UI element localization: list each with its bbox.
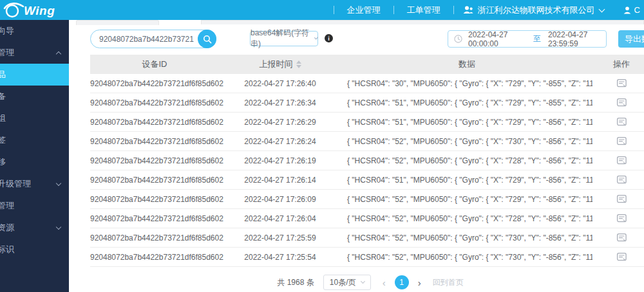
device-search-input[interactable] [91,35,194,44]
column-header-report-time[interactable]: 上报时间 [219,59,341,70]
page-size-select[interactable]: 10条/页 [323,275,371,290]
view-detail-icon[interactable] [616,136,627,147]
column-header-data: 数据 [341,59,592,70]
table-row: 92048072ba7b4422b73721df6f85d602 2022-04… [90,170,644,190]
view-detail-icon[interactable] [616,213,627,224]
cell-report-time: 2022-04-27 17:26:14 [219,176,341,185]
sidebar-item[interactable]: 向导 [0,20,69,42]
cell-report-time: 2022-04-27 17:26:24 [219,137,341,146]
table-header-row: 设备ID 上报时间 数据 操作 [90,55,644,74]
cell-device-id: 92048072ba7b4422b73721df6f85d602 [90,118,219,127]
user-menu[interactable]: C [613,5,644,15]
cell-device-id: 92048072ba7b4422b73721df6f85d602 [90,253,219,262]
page-size-value: 10条/页 [330,277,356,288]
prev-page-button[interactable]: ‹ [383,277,386,288]
sidebar-item[interactable]: 管理 [0,42,69,64]
sidebar-item[interactable]: 组 [0,107,69,129]
cell-data: { "HCSR04": "51", "MPU6050": { "Gyro": {… [341,118,592,127]
chevron-down-icon [360,279,365,284]
cell-operation [592,251,644,262]
user-icon [623,6,631,14]
cell-data: { "HCSR04": "52", "MPU6050": { "Gyro": {… [341,253,592,262]
sidebar-item[interactable]: 升级管理 [0,173,69,195]
decode-mode-value: base64解码(字符串) [251,28,310,50]
export-data-button[interactable]: 导出数据 [618,30,644,48]
person-icon [463,6,473,14]
sidebar-item[interactable]: 标识 [0,239,69,260]
back-to-first-page-link[interactable]: 回到首页 [433,277,464,288]
cell-report-time: 2022-04-27 17:26:29 [219,118,341,127]
table-row: 92048072ba7b4422b73721df6f85d602 2022-04… [90,228,644,248]
device-data-table: 设备ID 上报时间 数据 操作 92048072ba7b4422b73721df… [90,55,644,267]
date-range-picker[interactable]: 2022-04-27 00:00:00 至 2022-04-27 23:59:5… [448,30,607,48]
app-logo[interactable]: Wing [0,0,55,20]
view-detail-icon[interactable] [616,78,627,89]
search-button[interactable] [198,30,216,48]
table-row: 92048072ba7b4422b73721df6f85d602 2022-04… [90,209,644,228]
table-row: 92048072ba7b4422b73721df6f85d602 2022-04… [90,151,644,170]
info-icon[interactable]: i [325,34,333,42]
user-label: C [634,5,640,15]
sidebar-item-label: 移 [0,156,6,168]
next-page-button[interactable]: › [418,277,421,288]
sidebar-item-label: 标识 [0,244,14,255]
cell-report-time: 2022-04-27 17:25:59 [219,233,341,242]
cell-report-time: 2022-04-27 17:26:34 [219,98,341,107]
decode-mode-select[interactable]: base64解码(字符串) [250,31,318,46]
tab-strip-sliver [201,20,644,24]
sidebar-menu: 向导管理品备组签移升级管理管理资源标识 [0,20,69,292]
cell-operation [592,97,644,108]
view-detail-icon[interactable] [616,232,627,243]
nav-enterprise-management[interactable]: 企业管理 [334,0,393,20]
sidebar-item[interactable]: 移 [0,151,69,173]
cell-operation [592,232,644,243]
sidebar-item-label: 品 [0,69,6,80]
view-detail-icon[interactable] [616,97,627,108]
sidebar-item-label: 向导 [0,25,14,37]
chevron-down-icon [56,180,61,185]
clock-icon [454,35,462,43]
sidebar-item-label: 管理 [0,47,14,59]
chevron-up-icon [56,51,61,56]
cell-device-id: 92048072ba7b4422b73721df6f85d602 [90,137,219,146]
current-page-button[interactable]: 1 [395,275,409,289]
cell-report-time: 2022-04-27 17:26:09 [219,195,341,204]
date-end-value[interactable]: 2022-04-27 23:59:59 [548,30,606,48]
table-row: 92048072ba7b4422b73721df6f85d602 2022-04… [90,248,644,267]
sidebar-item-label: 备 [0,91,6,102]
sidebar-item-label: 管理 [0,200,14,212]
cell-device-id: 92048072ba7b4422b73721df6f85d602 [90,195,219,204]
cell-device-id: 92048072ba7b4422b73721df6f85d602 [90,98,219,107]
inactive-tab-sliver[interactable] [76,20,159,25]
sidebar-item[interactable]: 管理 [0,195,69,217]
column-header-operation: 操作 [592,59,644,70]
sidebar-item[interactable]: 资源 [0,217,69,239]
cell-data: { "HCSR04": "30", "MPU6050": { "Gyro": {… [341,79,592,88]
sidebar-item-label: 升级管理 [0,178,31,190]
sidebar-item[interactable]: 备 [0,86,69,107]
sort-icon[interactable] [296,60,301,68]
cell-data: { "HCSR04": "52", "MPU6050": { "Gyro": {… [341,195,592,204]
company-switcher[interactable]: 浙江利尔达物联网技术有限公司 [454,0,613,20]
sidebar-item[interactable]: 品 [0,64,69,86]
cell-report-time: 2022-04-27 17:26:19 [219,156,341,165]
cell-data: { "HCSR04": "51", "MPU6050": { "Gyro": {… [341,98,592,107]
view-detail-icon[interactable] [616,251,627,262]
logo-text: Wing [24,4,55,18]
cell-report-time: 2022-04-27 17:26:04 [219,214,341,223]
date-start-value[interactable]: 2022-04-27 00:00:00 [468,30,526,48]
cell-operation [592,213,644,224]
cell-operation [592,194,644,205]
view-detail-icon[interactable] [616,174,627,185]
total-count-label: 共 1968 条 [277,277,314,288]
top-header: Wing 企业管理 工单管理 浙江利尔达物联网技术有限公司 C [0,0,644,20]
sidebar-item-label: 资源 [0,222,14,233]
cell-data: { "HCSR04": "51", "MPU6050": { "Gyro": {… [341,176,592,185]
view-detail-icon[interactable] [616,155,627,166]
nav-workorder-management[interactable]: 工单管理 [394,0,453,20]
view-detail-icon[interactable] [616,194,627,205]
view-detail-icon[interactable] [616,116,627,127]
table-body: 92048072ba7b4422b73721df6f85d602 2022-04… [90,74,644,267]
table-row: 92048072ba7b4422b73721df6f85d602 2022-04… [90,190,644,209]
sidebar-item[interactable]: 签 [0,129,69,151]
